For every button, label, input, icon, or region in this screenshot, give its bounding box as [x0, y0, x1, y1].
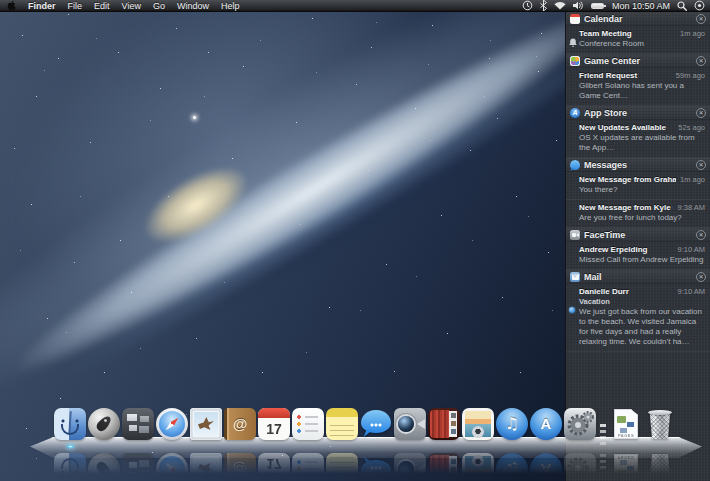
messages-app-icon [570, 160, 580, 170]
dock-item-iphoto[interactable] [462, 408, 494, 440]
dock-item-notes[interactable] [326, 408, 358, 440]
dock-item-pages-document[interactable]: PAGES [610, 408, 642, 440]
notification-body: We just got back from our vacation to th… [579, 307, 705, 347]
notification-time: 52s ago [678, 123, 705, 132]
nc-section-header-mail: Mail ✕ [566, 270, 710, 284]
menu-view[interactable]: View [122, 0, 141, 12]
dock-item-launchpad[interactable] [88, 408, 120, 440]
menu-help[interactable]: Help [221, 0, 240, 12]
dock-item-reminders[interactable] [292, 408, 324, 440]
dock-item-safari[interactable] [156, 408, 188, 440]
itunes-note-glyph: ♫ [496, 408, 528, 440]
notification-body: Gilbert Solano has sent you a Game Cent… [579, 81, 705, 101]
nc-section-header-calendar: Calendar ✕ [566, 12, 710, 26]
bluetooth-icon[interactable] [540, 0, 547, 11]
close-section-button[interactable]: ✕ [696, 230, 706, 240]
menu-window[interactable]: Window [177, 0, 209, 12]
dock-item-system-preferences[interactable] [564, 408, 596, 440]
dock-item-messages[interactable] [360, 408, 392, 440]
menu-bar-left: Finder File Edit View Go Window Help [0, 0, 251, 11]
spotlight-icon[interactable] [677, 1, 687, 11]
dock-item-calendar[interactable]: 17 [258, 408, 290, 440]
desktop: Calendar ✕ Team Meeting 1m ago Conferenc… [0, 0, 710, 481]
notification-title: Danielle Durr [579, 287, 673, 296]
notification-time: 59m ago [676, 71, 705, 80]
calendar-app-icon [570, 14, 580, 24]
dock: 17 ♫ A [0, 400, 710, 481]
time-machine-icon[interactable] [522, 0, 533, 11]
wifi-icon[interactable] [554, 1, 566, 10]
notification-subject: Vacation [579, 297, 705, 306]
battery-icon[interactable] [591, 3, 604, 9]
nc-app-name: Mail [584, 272, 696, 282]
notification-time: 1m ago [680, 29, 705, 38]
notification-body: You there? [579, 185, 705, 195]
notification-title: New Updates Available [579, 123, 674, 132]
notification-time: 9:10 AM [677, 287, 705, 296]
dock-separator [598, 408, 608, 440]
notification-body: Missed Call from Andrew Erpelding [579, 255, 705, 265]
dock-item-trash[interactable] [644, 408, 676, 440]
notification-team-meeting[interactable]: Team Meeting 1m ago Conference Room [566, 26, 710, 54]
menu-edit[interactable]: Edit [94, 0, 110, 12]
dock-item-facetime[interactable] [394, 408, 426, 440]
notification-center-icon[interactable] [694, 0, 705, 11]
nc-app-name: Calendar [584, 14, 696, 24]
dock-shelf [30, 437, 702, 458]
notification-body: Conference Room [579, 39, 705, 49]
notification-friend-request[interactable]: Friend Request 59m ago Gilbert Solano ha… [566, 68, 710, 106]
close-section-button[interactable]: ✕ [696, 14, 706, 24]
notification-message-kyle[interactable]: New Message from Kyle Olson 9:38 AM Are … [566, 200, 710, 228]
battery-level [591, 3, 604, 9]
unread-dot [569, 307, 575, 313]
notification-time: 9:10 AM [677, 245, 705, 254]
notification-missed-call[interactable]: Andrew Erpelding 9:10 AM Missed Call fro… [566, 242, 710, 270]
bright-star [193, 116, 196, 119]
game-center-app-icon [570, 56, 580, 66]
notification-body: Are you free for lunch today? [579, 213, 705, 223]
alarm-bell-icon [569, 33, 577, 51]
notification-title: New Message from Kyle Olson [579, 203, 673, 212]
notification-mail-danielle[interactable]: Danielle Durr 9:10 AM Vacation We just g… [566, 284, 710, 352]
notification-time: 1m ago [680, 175, 705, 184]
mail-app-icon [570, 272, 580, 282]
close-section-button[interactable]: ✕ [696, 108, 706, 118]
facetime-app-icon [570, 230, 580, 240]
menu-file[interactable]: File [68, 0, 83, 12]
notification-title: New Message from Graham Mc… [579, 175, 676, 184]
dock-icons-row: 17 ♫ A [54, 408, 678, 440]
notification-updates-available[interactable]: New Updates Available 52s ago OS X updat… [566, 120, 710, 158]
nc-app-name: App Store [584, 108, 696, 118]
volume-icon[interactable] [573, 1, 584, 10]
gear-icon [564, 408, 596, 440]
dock-item-finder[interactable] [54, 408, 86, 440]
dock-item-itunes[interactable]: ♫ [496, 408, 528, 440]
dock-item-contacts[interactable] [224, 408, 256, 440]
nc-section-header-facetime: FaceTime ✕ [566, 228, 710, 242]
notification-title: Friend Request [579, 71, 672, 80]
calendar-day-number: 17 [258, 419, 290, 439]
menu-bar-right: Mon 10:50 AM [515, 0, 710, 11]
menu-go[interactable]: Go [153, 0, 165, 12]
menu-finder[interactable]: Finder [28, 0, 56, 12]
nc-app-name: FaceTime [584, 230, 696, 240]
dock-item-app-store[interactable]: A [530, 408, 562, 440]
close-section-button[interactable]: ✕ [696, 56, 706, 66]
close-section-button[interactable]: ✕ [696, 272, 706, 282]
nc-section-header-game-center: Game Center ✕ [566, 54, 710, 68]
notification-message-graham[interactable]: New Message from Graham Mc… 1m ago You t… [566, 172, 710, 200]
pages-document-label: PAGES [614, 433, 638, 438]
apple-logo-icon [7, 0, 17, 11]
notification-title: Andrew Erpelding [579, 245, 673, 254]
app-store-app-icon [570, 108, 580, 118]
finder-running-indicator [67, 445, 74, 448]
dock-item-mission-control[interactable] [122, 408, 154, 440]
notification-body: OS X updates are available from the App… [579, 133, 705, 153]
menu-bar-clock[interactable]: Mon 10:50 AM [612, 1, 670, 11]
dock-item-photo-booth[interactable] [428, 408, 460, 440]
close-section-button[interactable]: ✕ [696, 160, 706, 170]
nc-section-header-app-store: App Store ✕ [566, 106, 710, 120]
dock-item-mail[interactable] [190, 408, 222, 440]
apple-menu[interactable] [7, 0, 17, 11]
nc-section-header-messages: Messages ✕ [566, 158, 710, 172]
